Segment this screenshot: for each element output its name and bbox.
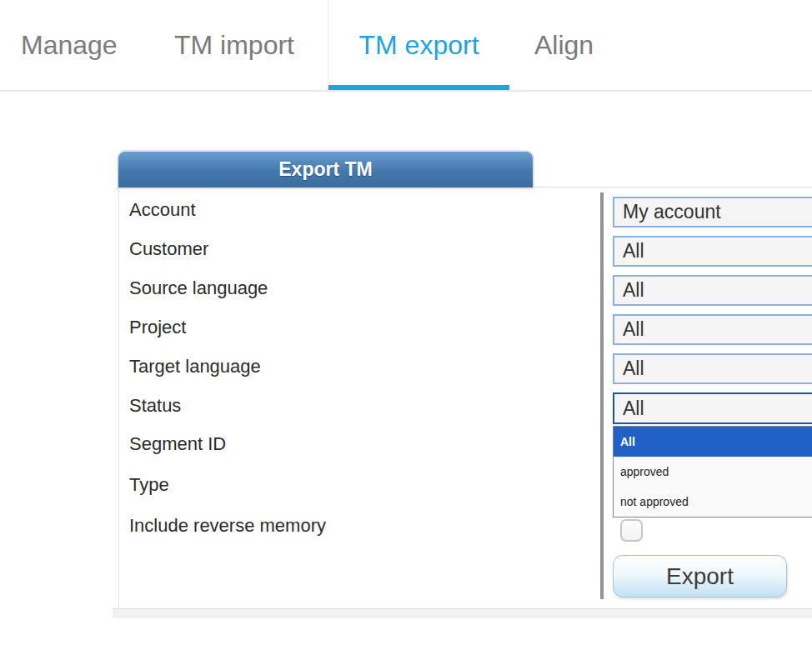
label-source-language: Source language [129, 277, 268, 300]
status-option-not-approved[interactable]: not approved [614, 487, 812, 517]
tab-bar: Manage TM import TM export Align [0, 0, 812, 92]
column-divider [600, 192, 604, 599]
tab-manage[interactable]: Manage [21, 30, 118, 61]
customer-select[interactable]: All [613, 236, 812, 267]
project-select[interactable]: All [613, 314, 812, 345]
status-option-approved[interactable]: approved [614, 457, 812, 487]
status-dropdown-list: All approved not approved [613, 426, 812, 518]
target-language-select[interactable]: All [613, 353, 812, 384]
label-status: Status [129, 394, 181, 418]
panel-left-border [118, 187, 119, 609]
tab-tm-export-label: TM export [328, 30, 509, 61]
panel-bottom-strip [113, 608, 812, 618]
tab-tm-export[interactable]: TM export [328, 0, 509, 90]
active-tab-underline [328, 85, 509, 90]
label-include-reverse-memory: Include reverse memory [129, 514, 326, 538]
tm-export-screen: Manage TM import TM export Align Export … [0, 0, 812, 645]
tab-align[interactable]: Align [534, 30, 594, 61]
export-button[interactable]: Export [613, 555, 787, 598]
source-language-select[interactable]: All [613, 275, 812, 306]
label-customer: Customer [129, 238, 208, 261]
label-target-language: Target language [129, 355, 261, 378]
account-select[interactable]: My account [613, 197, 812, 228]
label-account: Account [129, 198, 196, 222]
tab-tm-import[interactable]: TM import [174, 30, 294, 61]
include-reverse-memory-checkbox[interactable] [620, 519, 643, 542]
status-select[interactable]: All [613, 392, 812, 424]
label-segment-id: Segment ID [129, 432, 226, 456]
status-option-all[interactable]: All [614, 427, 812, 457]
label-type: Type [129, 473, 169, 497]
label-project: Project [129, 316, 186, 339]
panel-title: Export TM [118, 152, 533, 188]
